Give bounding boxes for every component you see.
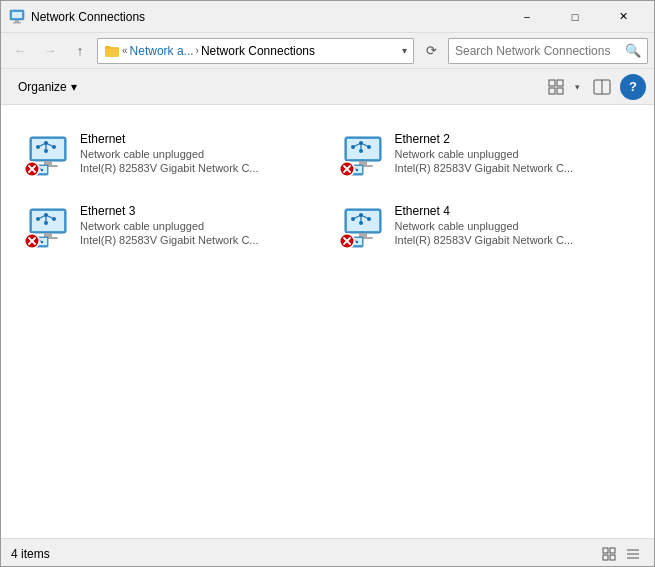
search-icon-button[interactable]: 🔍 — [625, 43, 641, 58]
connection-name: Ethernet — [80, 132, 317, 146]
address-path[interactable]: « Network a... › Network Connections ▾ — [97, 38, 414, 64]
connection-adapter: Intel(R) 82583V Gigabit Network C... — [80, 162, 317, 174]
view-mode-button[interactable] — [542, 74, 570, 100]
address-bar: ← → ↑ « Network a... › Network Connectio… — [1, 33, 654, 69]
svg-rect-54 — [32, 211, 64, 231]
connection-name: Ethernet 2 — [395, 132, 632, 146]
network-grid: Ethernet Network cable unplugged Intel(R… — [11, 115, 644, 263]
window-icon — [9, 9, 25, 25]
item-count: 4 items — [11, 547, 50, 561]
connection-name: Ethernet 3 — [80, 204, 317, 218]
svg-point-28 — [41, 169, 43, 171]
status-list-icon — [626, 547, 640, 561]
svg-point-60 — [52, 217, 56, 221]
breadcrumb-current: Network Connections — [201, 44, 315, 58]
status-grid-icon — [602, 547, 616, 561]
svg-rect-2 — [15, 20, 19, 22]
connection-adapter: Intel(R) 82583V Gigabit Network C... — [395, 162, 632, 174]
organize-button[interactable]: Organize ▾ — [9, 74, 86, 100]
maximize-button[interactable]: □ — [552, 2, 598, 32]
toolbar: Organize ▾ ▾ ? — [1, 69, 654, 105]
connection-status: Network cable unplugged — [395, 148, 632, 160]
svg-rect-3 — [13, 22, 21, 24]
svg-point-16 — [44, 141, 48, 145]
svg-point-58 — [44, 213, 48, 217]
network-info: Ethernet 2 Network cable unplugged Intel… — [395, 132, 632, 174]
error-badge — [339, 233, 355, 249]
svg-point-79 — [359, 213, 363, 217]
svg-rect-33 — [347, 139, 379, 159]
connection-status: Network cable unplugged — [80, 220, 317, 232]
svg-rect-62 — [44, 233, 52, 237]
error-badge — [24, 161, 40, 177]
connection-status: Network cable unplugged — [395, 220, 632, 232]
view-dropdown-button[interactable]: ▾ — [570, 74, 584, 100]
search-input[interactable] — [455, 44, 621, 58]
network-icon-wrap — [24, 201, 72, 249]
refresh-button[interactable]: ⟳ — [418, 38, 444, 64]
network-item[interactable]: Ethernet 3 Network cable unplugged Intel… — [15, 191, 326, 259]
error-x-icon — [25, 162, 39, 176]
forward-button[interactable]: → — [37, 38, 63, 64]
svg-rect-41 — [359, 161, 367, 165]
connection-name: Ethernet 4 — [395, 204, 632, 218]
svg-rect-83 — [359, 233, 367, 237]
svg-rect-8 — [557, 88, 563, 94]
svg-rect-75 — [347, 211, 379, 231]
window-controls: − □ ✕ — [504, 2, 646, 32]
close-button[interactable]: ✕ — [600, 2, 646, 32]
connection-status: Network cable unplugged — [80, 148, 317, 160]
preview-pane-button[interactable] — [588, 74, 616, 100]
grid-view-icon — [548, 79, 564, 95]
network-icon-wrap — [339, 201, 387, 249]
svg-rect-98 — [610, 555, 615, 560]
svg-point-37 — [359, 141, 363, 145]
svg-rect-96 — [610, 548, 615, 553]
svg-point-18 — [52, 145, 56, 149]
svg-rect-5 — [549, 80, 555, 86]
network-icon-wrap — [339, 129, 387, 177]
main-content: Ethernet Network cable unplugged Intel(R… — [1, 105, 654, 538]
svg-point-70 — [41, 241, 43, 243]
title-bar: Network Connections − □ ✕ — [1, 1, 654, 33]
svg-point-39 — [367, 145, 371, 149]
network-info: Ethernet 3 Network cable unplugged Intel… — [80, 204, 317, 246]
help-button[interactable]: ? — [620, 74, 646, 100]
error-badge — [24, 233, 40, 249]
svg-point-91 — [355, 241, 357, 243]
network-info: Ethernet 4 Network cable unplugged Intel… — [395, 204, 632, 246]
error-x-icon — [25, 234, 39, 248]
svg-point-38 — [351, 145, 355, 149]
svg-point-17 — [36, 145, 40, 149]
svg-rect-12 — [32, 139, 64, 159]
back-button[interactable]: ← — [7, 38, 33, 64]
organize-label: Organize — [18, 80, 67, 94]
network-item[interactable]: Ethernet 2 Network cable unplugged Intel… — [330, 119, 641, 187]
up-button[interactable]: ↑ — [67, 38, 93, 64]
svg-rect-95 — [603, 548, 608, 553]
svg-point-19 — [44, 149, 48, 153]
svg-point-61 — [44, 221, 48, 225]
svg-point-40 — [359, 149, 363, 153]
dropdown-chevron[interactable]: ▾ — [402, 45, 407, 56]
svg-rect-97 — [603, 555, 608, 560]
error-x-icon — [340, 234, 354, 248]
network-icon-wrap — [24, 129, 72, 177]
network-item[interactable]: Ethernet 4 Network cable unplugged Intel… — [330, 191, 641, 259]
connection-adapter: Intel(R) 82583V Gigabit Network C... — [80, 234, 317, 246]
svg-rect-20 — [44, 161, 52, 165]
svg-point-80 — [351, 217, 355, 221]
status-bar: 4 items — [1, 538, 654, 567]
minimize-button[interactable]: − — [504, 2, 550, 32]
network-folder-icon — [104, 43, 120, 59]
status-list-view-button[interactable] — [622, 544, 644, 564]
network-item[interactable]: Ethernet Network cable unplugged Intel(R… — [15, 119, 326, 187]
view-buttons: ▾ — [542, 74, 584, 100]
status-grid-view-button[interactable] — [598, 544, 620, 564]
breadcrumb-network[interactable]: Network a... — [130, 44, 194, 58]
window-title: Network Connections — [31, 10, 504, 24]
connection-adapter: Intel(R) 82583V Gigabit Network C... — [395, 234, 632, 246]
svg-point-82 — [359, 221, 363, 225]
pane-icon — [593, 79, 611, 95]
search-box: 🔍 — [448, 38, 648, 64]
